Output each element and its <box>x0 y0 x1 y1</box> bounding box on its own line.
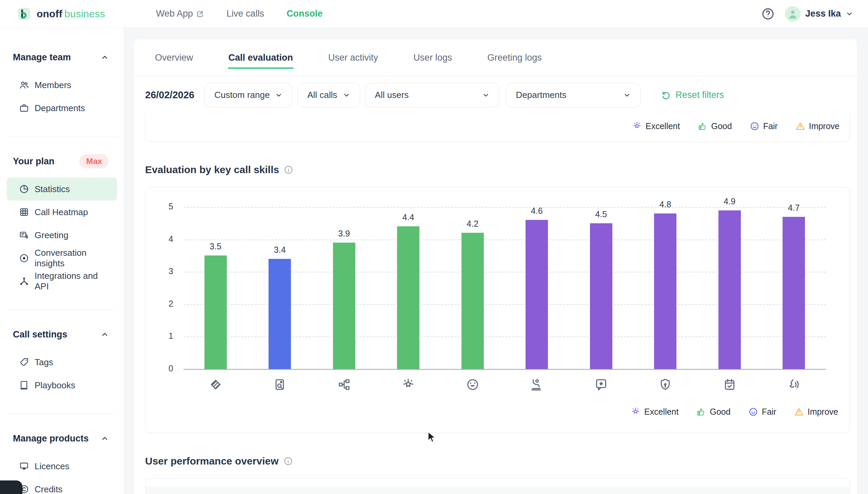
bar-value: 4.4 <box>376 212 441 222</box>
handshake-icon <box>209 378 222 391</box>
sidebar-section-title-your-plan[interactable]: Your planMax <box>7 150 117 172</box>
info-icon[interactable] <box>283 456 293 466</box>
tab-user-logs[interactable]: User logs <box>413 49 453 66</box>
sidebar-section-title-call-settings[interactable]: Call settings <box>7 324 117 345</box>
tab-user-activity[interactable]: User activity <box>328 49 379 66</box>
filter-dropdown-departments[interactable]: Departments <box>506 83 641 108</box>
filter-dropdown-all-users[interactable]: All users <box>365 83 499 108</box>
y-axis-tick: 5 <box>145 202 173 211</box>
dropdown-value: Departments <box>516 90 567 100</box>
evaluation-section-heading: Evaluation by key call skills <box>145 164 293 175</box>
sidebar-item-tags[interactable]: Tags <box>7 351 117 374</box>
bar-value: 4.2 <box>440 219 505 229</box>
chat-bubble[interactable] <box>0 480 22 494</box>
legend-item-excellent: Excellent <box>632 121 680 131</box>
smiley-icon <box>750 121 759 131</box>
legend-label: Excellent <box>646 121 680 131</box>
bar-value: 4.6 <box>505 206 569 216</box>
legend-item-fair: Fair <box>748 407 776 417</box>
dropdown-value: All calls <box>307 90 337 100</box>
thumbs-up-icon <box>696 407 706 417</box>
rating-legend: ExcellentGoodFairImprove <box>632 121 839 131</box>
legend-label: Improve <box>808 407 838 417</box>
chevron-up-icon <box>101 434 109 442</box>
bar-handshake <box>204 255 227 369</box>
chevron-down-icon <box>275 92 282 99</box>
bar-value: 4.5 <box>569 209 633 219</box>
sidebar-item-label: Statistics <box>35 184 70 194</box>
bar-value: 3.5 <box>183 242 248 251</box>
performance-title: User performance overview <box>145 455 279 467</box>
y-axis-tick: 3 <box>145 266 173 276</box>
nav-live-calls[interactable]: Live calls <box>226 8 264 19</box>
sidebar-item-conversation-insights[interactable]: Conversation insights <box>7 247 117 270</box>
sidebar-item-departments[interactable]: Departments <box>7 97 117 120</box>
nav-console[interactable]: Console <box>287 8 323 19</box>
bar-value: 4.9 <box>698 196 762 206</box>
sidebar-item-call-heatmap[interactable]: Call Heatmap <box>7 201 117 224</box>
logo[interactable]: onoffbusiness <box>16 6 105 22</box>
filter-dropdown-custom-range[interactable]: Custom range <box>204 83 292 108</box>
star-message-icon <box>594 378 608 391</box>
document-search-icon <box>273 378 287 391</box>
sidebar-section-title-manage-team[interactable]: Manage team <box>7 46 117 68</box>
sidebar-item-credits[interactable]: Credits <box>7 478 117 494</box>
chevron-down-icon <box>846 10 853 18</box>
calendar-check-icon <box>723 378 736 391</box>
pie-chart-icon <box>19 184 29 194</box>
sparkle-star-icon <box>402 378 415 391</box>
section-title: Manage team <box>13 52 71 63</box>
tab-greeting-logs[interactable]: Greeting logs <box>486 49 542 66</box>
sidebar-item-playbooks[interactable]: Playbooks <box>7 374 117 397</box>
nav-label: Console <box>287 8 323 19</box>
bar-column: 4.6 <box>505 207 569 369</box>
licence-icon <box>19 461 29 471</box>
shield-lock-icon <box>659 378 672 391</box>
sidebar-item-label: Greeting <box>35 230 69 241</box>
bar-column: 4.9 <box>698 207 762 369</box>
main-area: OverviewCall evaluationUser activityUser… <box>124 28 868 494</box>
reset-filters-button[interactable]: Reset filters <box>661 90 724 100</box>
y-axis-tick: 1 <box>145 331 173 341</box>
sidebar-item-licences[interactable]: Licences <box>7 455 117 478</box>
user-menu[interactable]: Jess Ika <box>785 6 853 22</box>
sidebar-section-title-manage-products[interactable]: Manage products <box>7 428 117 449</box>
sparkle-icon <box>632 121 642 131</box>
sidebar-item-greeting[interactable]: Greeting <box>7 224 117 247</box>
target-icon <box>19 253 29 263</box>
chevron-up-icon <box>101 330 109 339</box>
greeting-icon <box>19 230 29 240</box>
x-axis-line <box>183 369 826 370</box>
sidebar-item-members[interactable]: Members <box>7 74 117 97</box>
user-performance-card <box>145 478 850 494</box>
previous-chart-card-bottom: ExcellentGoodFairImprove <box>145 114 850 141</box>
sidebar-item-integrations-and-api[interactable]: Integrations and API <box>7 270 117 293</box>
sidebar-item-statistics[interactable]: Statistics <box>7 177 117 201</box>
sidebar-section: Your planMaxStatisticsCall HeatmapGreeti… <box>7 150 117 293</box>
help-icon[interactable] <box>761 7 775 21</box>
nav-web-app[interactable]: Web App <box>156 8 204 19</box>
filter-dropdown-all-calls[interactable]: All calls <box>297 83 360 108</box>
bar-shield-lock <box>654 213 677 369</box>
x-axis-icons <box>183 378 826 391</box>
bar-column: 3.9 <box>312 207 376 369</box>
filter-pills: Custom rangeAll callsAll usersDepartment… <box>204 83 647 108</box>
info-icon[interactable] <box>284 165 293 174</box>
bar-column: 3.4 <box>248 207 312 369</box>
x-axis-category <box>312 378 376 391</box>
sidebar: Manage teamMembersDepartmentsYour planMa… <box>0 28 124 494</box>
warning-icon <box>794 407 804 417</box>
tab-call-evaluation[interactable]: Call evaluation <box>228 49 294 66</box>
grid-icon <box>19 207 29 217</box>
avatar-person-icon <box>787 8 798 20</box>
table-header-row <box>145 487 850 494</box>
bar-value: 3.9 <box>312 229 376 239</box>
bar-column: 4.8 <box>633 207 698 369</box>
hierarchy-icon <box>337 378 351 391</box>
bar-column: 4.7 <box>762 207 826 369</box>
x-axis-category <box>633 378 698 391</box>
dropdown-value: Custom range <box>214 90 270 100</box>
sidebar-item-label: Departments <box>35 103 85 114</box>
evaluation-title: Evaluation by key call skills <box>145 164 279 175</box>
tab-overview[interactable]: Overview <box>154 49 194 66</box>
